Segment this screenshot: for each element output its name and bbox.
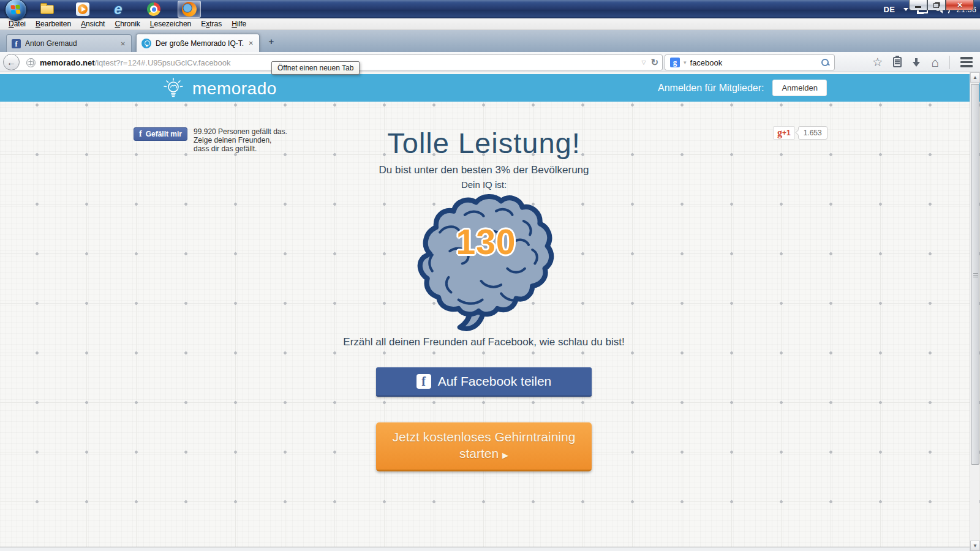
- result-title: Tolle Leistung!: [0, 126, 968, 160]
- url-dropdown-icon[interactable]: ▽: [642, 59, 646, 66]
- facebook-share-button[interactable]: f Auf Facebook teilen: [376, 367, 592, 397]
- taskbar-firefox-button[interactable]: [178, 1, 201, 18]
- menu-hamburger-icon[interactable]: [960, 56, 973, 69]
- bookmarks-menu-icon[interactable]: [893, 57, 902, 67]
- url-bar-controls: ▽ ↻: [642, 57, 659, 68]
- brain-icon: [407, 193, 557, 334]
- taskbar-explorer-button[interactable]: [36, 1, 59, 18]
- new-tab-button[interactable]: +: [263, 35, 279, 48]
- memorado-favicon-icon: [141, 39, 151, 48]
- start-button[interactable]: [5, 0, 27, 21]
- tab-memorado-iq-test[interactable]: Der große Memorado IQ-T... ✕: [136, 34, 260, 52]
- url-path: /iqtest?r=124#.U95psuGclCv.facebook: [95, 58, 231, 67]
- taskbar-chrome-button[interactable]: [142, 1, 165, 18]
- close-icon: ✕: [957, 1, 962, 9]
- window-controls: ✕: [909, 0, 974, 10]
- tab-anton-gremaud[interactable]: f Anton Gremaud ✕: [6, 34, 132, 52]
- search-input[interactable]: [690, 58, 817, 67]
- taskbar-ie-button[interactable]: e: [107, 1, 130, 18]
- close-button[interactable]: ✕: [946, 0, 974, 10]
- brand-name: memorado: [192, 79, 277, 99]
- search-engine-dropdown-icon[interactable]: ▾: [684, 59, 687, 66]
- share-button-label: Auf Facebook teilen: [438, 374, 552, 389]
- page-scrollbar[interactable]: ▲ ▼: [970, 72, 979, 551]
- lightbulb-brain-icon: [162, 77, 185, 100]
- toolbar-separator: [949, 56, 950, 69]
- tab-close-icon[interactable]: ✕: [248, 40, 254, 47]
- home-icon[interactable]: ⌂: [931, 56, 939, 69]
- facebook-favicon-icon: f: [12, 39, 21, 48]
- page-content: f Gefällt mir 99.920 Personen gefällt da…: [0, 102, 980, 547]
- menu-extras[interactable]: Extras: [196, 18, 227, 30]
- start-training-button[interactable]: Jetzt kostenloses Gehirntraining starten…: [376, 422, 592, 471]
- arrow-right-icon: ▶: [502, 451, 508, 460]
- menu-hilfe[interactable]: Hilfe: [227, 18, 251, 30]
- taskbar-pinned-apps: e: [36, 0, 201, 18]
- memorado-header: memorado Anmelden für Mitglieder: Anmeld…: [0, 74, 980, 102]
- scrollbar-grip: [973, 273, 978, 278]
- firefox-icon: [182, 2, 197, 17]
- restore-icon: [933, 3, 939, 8]
- language-dropdown-icon[interactable]: [903, 8, 908, 11]
- url-domain: memorado.net: [40, 58, 95, 67]
- share-prompt: Erzähl all deinen Freunden auf Facebook,…: [0, 336, 968, 348]
- reload-icon[interactable]: ↻: [650, 57, 658, 68]
- firefox-menubar: Datei Bearbeiten Ansicht Chronik Lesezei…: [0, 18, 980, 30]
- search-icon[interactable]: [821, 58, 829, 67]
- cta-line2: starten▶: [459, 445, 508, 463]
- memorado-logo[interactable]: memorado: [162, 77, 277, 100]
- minimize-button[interactable]: [909, 0, 927, 10]
- tab-strip: f Anton Gremaud ✕ Der große Memorado IQ-…: [0, 30, 980, 52]
- windows-taskbar: e DE 21:56: [0, 0, 980, 18]
- restore-button[interactable]: [927, 0, 946, 10]
- brain-graphic: 130: [407, 193, 557, 334]
- media-player-icon: [76, 2, 89, 16]
- downloads-icon[interactable]: [912, 58, 921, 67]
- scroll-down-icon[interactable]: ▼: [970, 541, 980, 551]
- internet-explorer-icon: e: [114, 2, 122, 16]
- login-button[interactable]: Anmelden: [772, 80, 827, 96]
- tab-title: Der große Memorado IQ-T...: [156, 39, 244, 48]
- menu-ansicht[interactable]: Ansicht: [76, 18, 110, 30]
- bookmark-star-icon[interactable]: ☆: [872, 56, 883, 68]
- minimize-icon: [915, 6, 921, 8]
- iq-label: Dein IQ ist:: [0, 179, 968, 190]
- tab-title: Anton Gremaud: [25, 39, 116, 48]
- scroll-up-icon[interactable]: ▲: [970, 72, 980, 83]
- menu-bearbeiten[interactable]: Bearbeiten: [31, 18, 76, 30]
- google-search-engine-icon[interactable]: g: [670, 58, 680, 67]
- globe-icon: [26, 58, 36, 67]
- search-bar[interactable]: g ▾: [665, 54, 835, 70]
- chrome-icon: [147, 2, 160, 16]
- navigation-toolbar: memorado.net /iqtest?r=124#.U95psuGclCv.…: [0, 52, 980, 72]
- facebook-f-icon: f: [417, 374, 431, 389]
- back-button[interactable]: ←: [3, 54, 20, 70]
- login-area: Anmelden für Mitglieder: Anmelden: [658, 74, 827, 102]
- cta-line1: Jetzt kostenloses Gehirntraining: [393, 429, 576, 445]
- scrollbar-thumb[interactable]: [971, 84, 979, 465]
- windows-logo-icon: [10, 4, 21, 15]
- toolbar-icons: ☆ ⌂: [872, 52, 973, 72]
- login-label: Anmelden für Mitglieder:: [658, 83, 764, 94]
- language-indicator[interactable]: DE: [883, 5, 895, 14]
- tab-close-icon[interactable]: ✕: [120, 40, 126, 47]
- iq-value: 130: [411, 222, 561, 262]
- explorer-icon: [40, 5, 54, 14]
- window-bottom-edge: [0, 547, 980, 551]
- new-tab-tooltip: Öffnet einen neuen Tab: [271, 61, 360, 75]
- screen: e DE 21:56 Datei Bearbeiten Ansicht Chro…: [0, 0, 980, 551]
- menu-lesezeichen[interactable]: Lesezeichen: [145, 18, 196, 30]
- result-subtitle: Du bist unter den besten 3% der Bevölker…: [0, 164, 968, 176]
- taskbar-media-player-button[interactable]: [71, 1, 94, 18]
- menu-chronik[interactable]: Chronik: [110, 18, 145, 30]
